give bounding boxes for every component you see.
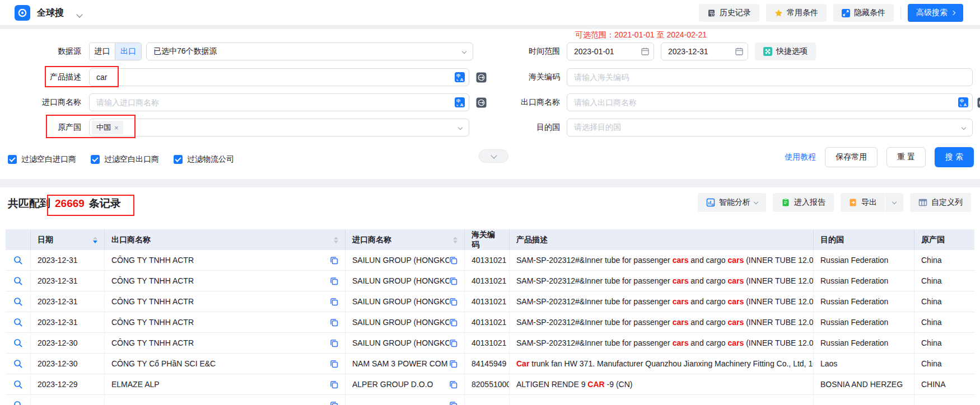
app-switch-chevron-icon[interactable] — [77, 10, 82, 18]
customize-columns-button[interactable]: 自定义列 — [910, 193, 971, 212]
hs-code-input[interactable] — [567, 68, 973, 86]
reset-button[interactable]: 重 置 — [886, 147, 926, 167]
exporter-input[interactable] — [567, 93, 973, 111]
copy-icon[interactable] — [449, 339, 458, 347]
row-search-icon[interactable] — [13, 338, 23, 348]
checkbox-checked-icon[interactable] — [8, 155, 17, 164]
copy-icon[interactable] — [449, 380, 458, 389]
copy-icon[interactable] — [449, 401, 458, 405]
header-label: 海关编码 — [472, 230, 502, 250]
copy-icon[interactable] — [330, 360, 338, 368]
table-header-row: 日期 出口商名称 进口商名称 海关编码 产品描述 目的国 原产国 — [6, 229, 974, 250]
save-criteria-button[interactable]: 保存常用 — [825, 147, 878, 167]
row-search-icon[interactable] — [13, 256, 23, 265]
customize-columns-label: 自定义列 — [931, 197, 963, 208]
row-search-icon[interactable] — [13, 359, 23, 369]
keyword-highlight: cars — [673, 256, 689, 265]
product-desc-input[interactable] — [89, 68, 469, 86]
copy-icon[interactable] — [330, 401, 338, 405]
cell-date: 2023-12-30 — [31, 354, 105, 374]
row-search-icon[interactable] — [13, 276, 23, 286]
tutorial-link[interactable]: 使用教程 — [785, 152, 816, 162]
cell-product-desc: SAM-SP-202312#&Inner tube for passenger … — [510, 291, 814, 312]
filter-blank-exporter[interactable]: 过滤空白出口商 — [91, 154, 159, 164]
checkbox-checked-icon[interactable] — [91, 155, 100, 164]
checkbox-checked-icon[interactable] — [174, 155, 183, 164]
keyword-highlight: cars — [728, 276, 744, 285]
importer-input[interactable] — [89, 93, 469, 111]
date-range-hint: 可选范围：2021-01-01 至 2024-02-21 — [575, 30, 707, 40]
cell-dest-country: Russian Federation — [814, 250, 914, 270]
copy-icon[interactable] — [449, 277, 458, 285]
translate-icon[interactable]: 中A — [455, 97, 465, 107]
export-dropdown-button[interactable] — [885, 193, 903, 212]
translate-icon[interactable]: 中A — [958, 97, 968, 107]
quick-options-button[interactable]: 快捷选项 — [755, 43, 816, 60]
cell-hs-code: 40131021 — [465, 250, 510, 270]
header-origin-country: 原产国 — [914, 229, 974, 250]
cell-hs-code: 40131021 — [465, 333, 510, 353]
trade-direction-toggle: 进口 出口 — [89, 43, 142, 60]
copy-icon[interactable] — [449, 298, 458, 306]
row-search-icon[interactable] — [13, 380, 23, 389]
fuzzy-match-toggle-icon[interactable] — [476, 97, 487, 108]
translate-icon[interactable]: 中A — [455, 72, 465, 82]
copy-icon[interactable] — [330, 298, 338, 306]
cell-exporter: ELMAZE ALP — [111, 380, 160, 389]
favorites-button[interactable]: 常用条件 — [766, 4, 827, 22]
chevron-down-icon — [962, 125, 966, 130]
desc-text: trunk fan HW 371. Manufacturer Quanzhou … — [529, 359, 814, 368]
cell-hs-code: 8205510000 — [465, 374, 510, 394]
fuzzy-match-toggle-icon[interactable] — [977, 97, 980, 108]
origin-country-field[interactable]: 中国 × — [89, 119, 469, 136]
desc-text: SAM-SP-202312#&Inner tube for passenger — [516, 276, 673, 285]
copy-icon[interactable] — [449, 318, 458, 327]
header-label: 日期 — [38, 235, 53, 245]
history-button[interactable]: 历史记录 — [699, 4, 759, 22]
copy-icon[interactable] — [330, 256, 338, 265]
row-search-icon[interactable] — [13, 318, 23, 327]
filter-logistics[interactable]: 过滤物流公司 — [174, 154, 234, 164]
sort-control[interactable] — [453, 237, 458, 243]
advanced-search-button[interactable]: 高级搜索 — [908, 4, 963, 22]
fuzzy-match-toggle-icon[interactable] — [476, 72, 487, 83]
cell-exporter: CÔNG TY TNHH ACTR — [111, 297, 194, 306]
copy-icon[interactable] — [449, 256, 458, 265]
keyword-highlight: CAR — [587, 380, 604, 389]
svg-text:BI: BI — [712, 203, 715, 206]
remove-tag-icon[interactable]: × — [114, 124, 119, 132]
row-search-icon[interactable] — [13, 401, 23, 405]
origin-country-tag-label: 中国 — [96, 123, 111, 133]
copy-icon[interactable] — [330, 277, 338, 285]
dest-country-select[interactable]: 请选择目的国 — [567, 119, 973, 136]
calendar-icon[interactable] — [641, 47, 650, 56]
collapse-form-button[interactable] — [479, 149, 508, 163]
header-dest-country: 目的国 — [814, 229, 914, 250]
dest-country-placeholder: 请选择目的国 — [574, 123, 621, 133]
svg-text:A: A — [460, 77, 464, 82]
copy-icon[interactable] — [330, 380, 338, 389]
sort-control[interactable] — [93, 237, 97, 243]
search-button[interactable]: 搜 索 — [935, 147, 974, 167]
filter-blank-importer[interactable]: 过滤空白进口商 — [8, 154, 76, 164]
calendar-icon[interactable] — [735, 47, 744, 56]
cell-origin-country: China — [914, 250, 974, 270]
copy-icon[interactable] — [330, 318, 338, 327]
cell-hs-code: 40131021 — [465, 271, 510, 291]
enter-report-button[interactable]: 进入报告 — [773, 193, 834, 212]
data-source-select[interactable]: 已选中76个数据源 — [146, 43, 473, 60]
import-tab[interactable]: 进口 — [90, 43, 115, 60]
copy-icon[interactable] — [330, 339, 338, 347]
smart-analysis-button[interactable]: BI 智能分析 — [698, 193, 766, 212]
export-button[interactable]: 导出 — [841, 193, 885, 212]
hide-conditions-button[interactable]: 隐藏条件 — [833, 4, 894, 22]
export-tab[interactable]: 出口 — [115, 43, 141, 60]
copy-icon[interactable] — [449, 360, 458, 368]
table-row: 2023-12-31 CÔNG TY TNHH ACTR SAILUN GROU… — [6, 291, 974, 312]
row-search-icon[interactable] — [13, 297, 23, 307]
cell-importer: SAILUN GROUP (HONGKO — [352, 318, 449, 327]
cell-product-desc — [510, 395, 814, 405]
keyword-highlight: cars — [673, 338, 689, 347]
search-form: 可选范围：2021-01-01 至 2024-02-21 数据源 进口 出口 已… — [0, 29, 980, 179]
sort-control[interactable] — [334, 237, 338, 243]
